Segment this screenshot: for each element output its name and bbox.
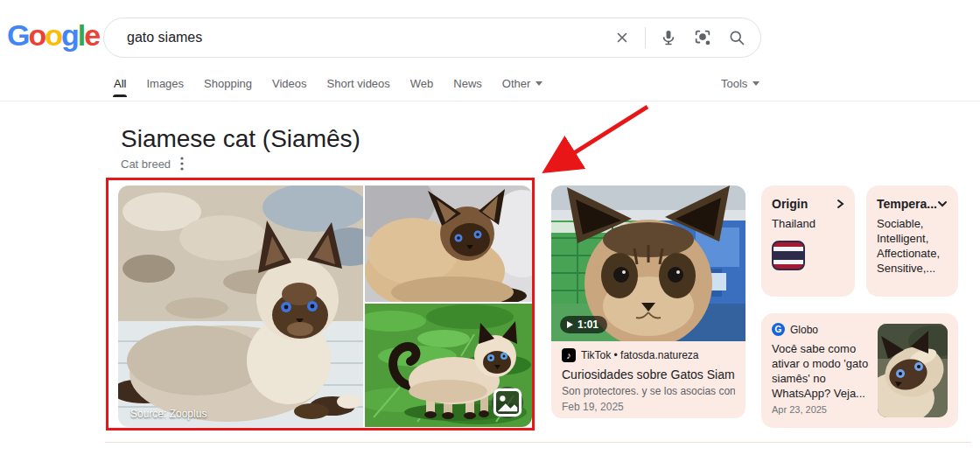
image-collage: Source: Zooplus — [118, 186, 532, 427]
photos-icon — [492, 387, 523, 418]
collage-image-main[interactable]: Source: Zooplus — [118, 186, 363, 427]
header-divider — [0, 101, 980, 102]
chevron-down-icon — [752, 81, 760, 86]
result-type-tabs: All Images Shopping Videos Short videos … — [114, 77, 542, 90]
news-source: Globo — [790, 324, 818, 336]
section-divider — [105, 442, 971, 443]
news-title[interactable]: Você sabe como ativar o modo 'gato siamê… — [772, 341, 869, 401]
origin-card-header[interactable]: Origin — [772, 197, 844, 211]
video-result-card[interactable]: 1:01 ♪ TikTok • fatosda.natureza Curiosi… — [551, 186, 746, 418]
page-title: Siamese cat (Siamês) — [121, 125, 360, 153]
google-lens-icon — [693, 28, 712, 47]
play-icon — [567, 321, 573, 328]
kebab-menu-icon — [180, 157, 184, 171]
video-description: Son protectores. y se los asocias con la… — [562, 385, 735, 397]
temperament-fact-card[interactable]: Tempera... Sociable, Intelligent, Affect… — [866, 186, 958, 297]
video-duration-badge: 1:01 — [560, 316, 607, 333]
search-divider — [645, 27, 646, 48]
globo-logo-icon: G — [772, 323, 785, 336]
tab-label: Short videos — [327, 77, 390, 90]
chevron-down-icon — [536, 81, 542, 86]
thailand-flag-icon — [772, 241, 805, 270]
origin-value: Thailand — [772, 216, 844, 231]
tab-label: Other — [502, 77, 531, 90]
view-all-photos-button[interactable] — [492, 387, 523, 418]
temperament-value: Sociable, Intelligent, Affectionate, Sen… — [877, 216, 948, 276]
collage-image-bottom-right[interactable] — [365, 304, 532, 427]
news-thumbnail[interactable] — [878, 324, 948, 417]
tab-label: News — [453, 77, 482, 90]
siamese-cat-lying-image — [878, 324, 948, 417]
tools-button[interactable]: Tools — [721, 77, 760, 90]
news-result-card[interactable]: G Globo Você sabe como ativar o modo 'ga… — [761, 313, 958, 428]
search-icon — [728, 29, 746, 46]
image-source-label: Source: Zooplus — [130, 408, 206, 420]
logo-letter: o — [28, 18, 45, 52]
tab-shopping[interactable]: Shopping — [204, 77, 252, 90]
tab-label: Videos — [272, 77, 307, 90]
tab-videos[interactable]: Videos — [272, 77, 307, 90]
microphone-icon — [660, 29, 677, 46]
more-options-button[interactable] — [180, 157, 184, 171]
video-duration: 1:01 — [578, 318, 598, 331]
tab-label: Images — [146, 77, 184, 90]
tab-all[interactable]: All — [114, 77, 126, 90]
search-submit-button[interactable] — [725, 26, 748, 49]
chevron-right-icon — [836, 199, 844, 209]
globo-initial: G — [775, 325, 782, 334]
tools-label: Tools — [721, 77, 747, 90]
collage-image-top-right[interactable] — [365, 186, 532, 302]
logo-letter: e — [84, 18, 99, 52]
logo-letter: G — [7, 18, 28, 52]
google-search-results-page: Google All Images Shopping Videos Short … — [0, 0, 980, 455]
page-subtitle-row: Cat breed — [121, 157, 184, 171]
annotation-red-arrow — [525, 96, 665, 184]
tab-other[interactable]: Other — [502, 77, 543, 90]
tab-short-videos[interactable]: Short videos — [327, 77, 390, 90]
google-logo[interactable]: Google — [7, 18, 99, 52]
siamese-cat-on-deck-image — [118, 186, 363, 427]
clear-search-button[interactable] — [611, 26, 634, 49]
tab-label: All — [114, 77, 126, 90]
tab-label: Shopping — [204, 77, 252, 90]
video-title[interactable]: Curiosidades sobre Gatos Siamese... — [562, 368, 735, 382]
voice-search-button[interactable] — [657, 26, 680, 49]
origin-fact-card[interactable]: Origin Thailand — [761, 186, 855, 297]
subtitle-label: Cat breed — [121, 158, 171, 171]
close-icon — [614, 30, 630, 46]
search-bar[interactable] — [103, 18, 761, 58]
tab-images[interactable]: Images — [146, 77, 184, 90]
news-date: Apr 23, 2025 — [772, 404, 869, 415]
tab-news[interactable]: News — [453, 77, 482, 90]
temperament-label: Tempera... — [877, 197, 937, 211]
origin-label: Origin — [772, 197, 808, 211]
video-source: TikTok • fatosda.natureza — [581, 349, 699, 361]
tab-label: Web — [410, 77, 434, 90]
video-source-row: ♪ TikTok • fatosda.natureza — [562, 348, 735, 362]
news-text-column: G Globo Você sabe como ativar o modo 'ga… — [772, 323, 869, 418]
logo-letter: o — [45, 18, 61, 52]
tab-web[interactable]: Web — [410, 77, 434, 90]
logo-letter: g — [61, 18, 78, 52]
music-note-glyph: ♪ — [566, 350, 571, 360]
siamese-cat-sitting-image — [365, 186, 532, 302]
chevron-down-icon — [937, 200, 948, 207]
lens-search-button[interactable] — [691, 26, 714, 49]
search-bar-icons — [611, 26, 748, 49]
search-input[interactable] — [125, 29, 611, 46]
news-source-row: G Globo — [772, 323, 869, 336]
temperament-card-header[interactable]: Tempera... — [877, 197, 948, 211]
video-meta: ♪ TikTok • fatosda.natureza Curiosidades… — [551, 341, 746, 413]
video-date: Feb 19, 2025 — [562, 401, 735, 413]
tiktok-icon: ♪ — [562, 348, 576, 362]
video-thumbnail[interactable]: 1:01 — [551, 186, 746, 341]
